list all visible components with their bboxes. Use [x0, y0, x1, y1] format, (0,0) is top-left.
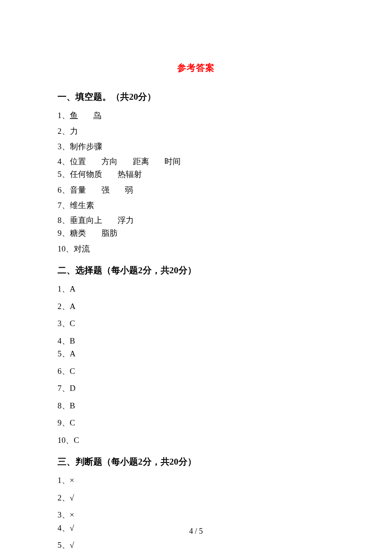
- answer-text: 鸟: [93, 111, 101, 120]
- s1-answer-8: 8、垂直向上浮力: [58, 214, 334, 227]
- s1-answer-6: 6、音量强弱: [58, 184, 334, 197]
- answer-text: 垂直向上: [70, 216, 102, 225]
- answer-text: 距离: [133, 157, 149, 166]
- answer-number: 4、: [58, 157, 70, 166]
- answer-text: 位置: [70, 157, 86, 166]
- answer-text: 方向: [101, 157, 118, 166]
- answer-number: 1、: [58, 111, 70, 120]
- section-2-heading: 二、选择题（每小题2分，共20分）: [58, 264, 334, 276]
- s2-answer-4: 4、B: [58, 335, 334, 347]
- answer-number: 9、: [58, 228, 70, 237]
- s1-answer-7: 7、维生素: [58, 199, 334, 212]
- answer-text: 浮力: [118, 216, 134, 225]
- page-number: 4 / 5: [0, 527, 392, 536]
- answer-number: 6、: [58, 185, 70, 194]
- answer-text: 鱼: [70, 111, 78, 120]
- s2-answer-5: 5、A: [58, 348, 334, 360]
- s1-answer-10: 10、对流: [58, 243, 334, 255]
- s2-answer-9: 9、C: [58, 417, 334, 429]
- s3-answer-1: 1、×: [58, 474, 334, 487]
- s1-answer-1: 1、鱼鸟: [58, 110, 334, 122]
- s2-answer-10: 10、C: [58, 434, 334, 447]
- s2-answer-2: 2、A: [58, 301, 334, 313]
- s1-answer-9: 9、糖类脂肪: [58, 227, 334, 240]
- answer-text: 脂肪: [101, 228, 118, 237]
- answer-text: 糖类: [70, 228, 86, 237]
- answer-text: 强: [101, 185, 110, 194]
- s2-answer-6: 6、C: [58, 365, 334, 378]
- s2-answer-3: 3、C: [58, 318, 334, 330]
- s3-answer-2: 2、√: [58, 492, 334, 504]
- answer-text: 弱: [125, 185, 133, 194]
- s1-answer-2: 2、力: [58, 125, 334, 138]
- s2-answer-7: 7、D: [58, 382, 334, 395]
- document-body: 参考答案 一、填空题。（共20分） 1、鱼鸟 2、力 3、制作步骤 4、位置方向…: [0, 0, 392, 555]
- answer-number: 8、: [58, 216, 70, 225]
- answer-text: 任何物质: [70, 170, 102, 179]
- s1-answer-4: 4、位置方向距离时间: [58, 156, 334, 168]
- s1-answer-5: 5、任何物质热辐射: [58, 168, 334, 181]
- answer-text: 热辐射: [118, 170, 142, 179]
- section-3-heading: 三、判断题（每小题2分，共20分）: [58, 456, 334, 468]
- s2-answer-8: 8、B: [58, 400, 334, 412]
- s3-answer-3: 3、×: [58, 509, 334, 521]
- answer-number: 5、: [58, 170, 70, 179]
- section-1-heading: 一、填空题。（共20分）: [58, 91, 334, 103]
- answer-text: 音量: [70, 185, 86, 194]
- s1-answer-3: 3、制作步骤: [58, 141, 334, 153]
- s2-answer-1: 1、A: [58, 283, 334, 295]
- page-title: 参考答案: [58, 62, 334, 74]
- answer-text: 时间: [164, 157, 181, 166]
- s3-answer-5: 5、√: [58, 539, 334, 552]
